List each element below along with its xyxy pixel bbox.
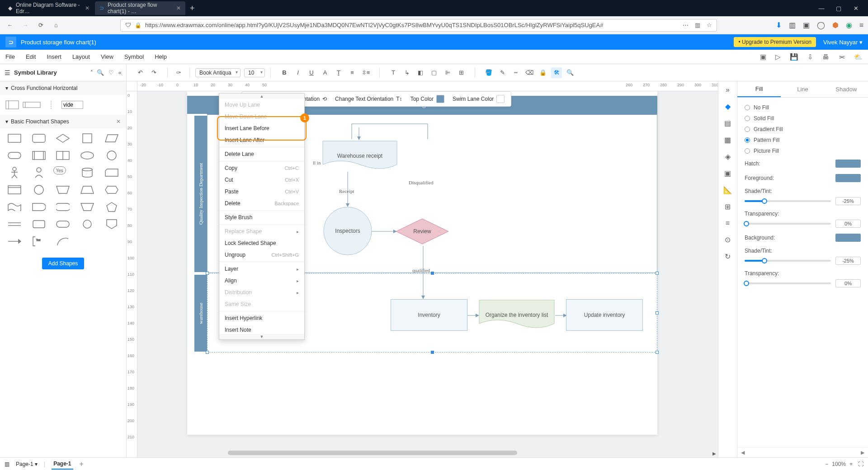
reload-button[interactable]: ⟳ — [35, 20, 46, 31]
connector[interactable] — [372, 229, 399, 234]
close-icon[interactable]: ✕ — [116, 118, 121, 125]
note-shape-icon[interactable] — [5, 183, 24, 196]
chevron-up-icon[interactable]: ˄ — [90, 70, 93, 75]
zoom-rail-icon[interactable]: ⊙ — [725, 235, 731, 244]
ctx-align[interactable]: Align — [219, 275, 304, 287]
foreground-field[interactable]: Foreground: — [745, 171, 861, 185]
panel-nav-right-icon[interactable]: ▶ — [861, 450, 864, 456]
actor-shape-icon[interactable] — [5, 166, 24, 179]
meatball-icon[interactable]: ⋯ — [683, 22, 689, 28]
new-tab-button[interactable]: + — [186, 4, 198, 13]
panel-nav-left-icon[interactable]: ◀ — [741, 450, 745, 456]
shade-tint-value[interactable]: -25% — [835, 197, 861, 205]
circle-shape-icon[interactable] — [102, 149, 122, 162]
connector-icon[interactable]: ↳ — [401, 67, 412, 78]
section-cross-functional[interactable]: ▾ Cross Functional Horizontal — [0, 81, 126, 95]
menu-symbol[interactable]: Symbol — [124, 53, 144, 60]
ellipse-shape-icon[interactable] — [77, 149, 97, 162]
present-icon[interactable]: ▷ — [775, 53, 781, 61]
bookmark-icon[interactable]: ☆ — [707, 22, 712, 28]
shade-tint-value-2[interactable]: -25% — [835, 257, 861, 265]
lane-2-header[interactable]: warehouse — [194, 275, 207, 352]
zoom-out-button[interactable]: − — [825, 461, 828, 467]
transparency-slider[interactable] — [745, 223, 831, 225]
rect-shape-icon[interactable] — [5, 132, 24, 145]
browser-tab[interactable]: ◆ Online Diagram Software - Edr… ✕ — [4, 1, 94, 15]
canvas-viewport[interactable]: Product storage flow chart Quality Inspe… — [137, 91, 718, 449]
shape-search-input[interactable] — [61, 101, 83, 109]
undo-button[interactable]: ↶ — [135, 67, 146, 78]
add-page-button[interactable]: + — [80, 460, 84, 468]
scrollbar-thumb[interactable] — [228, 451, 517, 455]
yes-shape-icon[interactable]: Yes — [53, 166, 66, 174]
offpage-shape-icon[interactable] — [102, 218, 122, 230]
trap3-shape-icon[interactable] — [77, 201, 97, 213]
app-logo-icon[interactable] — [5, 37, 16, 47]
font-size-select[interactable]: 10 — [244, 68, 265, 77]
container-icon[interactable]: ◧ — [415, 67, 426, 78]
ctx-paste[interactable]: PasteCtrl+V — [219, 186, 304, 197]
distribute-icon[interactable]: ⊞ — [456, 67, 467, 78]
ctx-insert-lane-after[interactable]: Insert Lane After — [219, 134, 304, 146]
line-spacing-button[interactable]: ⇳≡ — [360, 67, 371, 78]
scroll-right-icon[interactable]: ▶ — [712, 451, 716, 456]
print-icon[interactable]: 🖶 — [822, 53, 829, 61]
collapse-icon[interactable]: « — [118, 69, 122, 76]
shade-tint-slider[interactable] — [745, 200, 831, 202]
snap-rail-icon[interactable]: ⊞ — [725, 202, 731, 211]
canvas[interactable]: -20-10 010 2030 4050 260270 280290 30031… — [127, 81, 718, 457]
ctx-insert-note[interactable]: Insert Note — [219, 324, 304, 334]
highlight-button[interactable]: Ṯ — [333, 67, 344, 78]
swimlane-shape-icon[interactable] — [5, 100, 19, 109]
align-button[interactable]: ≡ — [347, 67, 358, 78]
display-shape-icon[interactable] — [53, 201, 73, 213]
hatch-swatch[interactable] — [835, 160, 861, 168]
parallelogram-shape-icon[interactable] — [102, 132, 122, 145]
ctx-insert-lane-before[interactable]: Insert Lane Before — [219, 122, 304, 134]
rounded-rect-shape-icon[interactable] — [29, 132, 49, 145]
top-color-button[interactable]: Top Color — [410, 95, 444, 103]
circle2-shape-icon[interactable] — [29, 183, 49, 196]
person-shape-icon[interactable] — [29, 166, 49, 179]
page-selector[interactable]: Page-1 ▾ — [16, 461, 38, 467]
tab-fill[interactable]: Fill — [737, 81, 781, 97]
history-rail-icon[interactable]: ↻ — [725, 252, 731, 261]
ctx-insert-hyperlink[interactable]: Insert Hyperlink — [219, 312, 304, 324]
search-tb-icon[interactable]: 🔍 — [565, 67, 576, 78]
hex-shape-icon[interactable] — [102, 183, 122, 196]
warehouse-receipt-shape[interactable]: Warehouse receipt — [322, 140, 398, 172]
transparency-slider-2[interactable] — [745, 282, 831, 284]
reader-icon[interactable]: ▥ — [695, 22, 700, 28]
shade-tint-slider-2[interactable] — [745, 260, 831, 262]
fill-option-pattern[interactable]: Pattern Fill — [745, 135, 861, 146]
transparency-value[interactable]: 0% — [835, 220, 861, 228]
ctx-ungroup[interactable]: UngroupCtrl+Shift+G — [219, 249, 304, 261]
section-basic-flowchart[interactable]: ▾ Basic Flowchart Shapes ✕ — [0, 115, 126, 128]
trap1-shape-icon[interactable] — [53, 183, 73, 196]
outline-icon[interactable]: ▥ — [5, 461, 9, 467]
screenshot-icon[interactable]: ▣ — [803, 21, 810, 29]
lines-shape-icon[interactable] — [5, 218, 24, 230]
lane-shape-icon[interactable] — [23, 102, 41, 108]
card-shape-icon[interactable] — [102, 166, 122, 179]
fill-option-no-fill[interactable]: No Fill — [745, 102, 861, 113]
change-text-orientation-button[interactable]: Change Text Orientation T↕ — [335, 96, 402, 102]
menu-layout[interactable]: Layout — [72, 53, 90, 60]
underline-button[interactable]: U — [306, 67, 317, 78]
lock-icon-tb[interactable]: 🔒 — [538, 67, 548, 78]
text-color-button[interactable]: A — [320, 67, 330, 78]
background-swatch[interactable] — [835, 234, 861, 242]
close-icon[interactable]: ✕ — [176, 5, 181, 11]
document-title[interactable]: Product storage flow chart(1) — [21, 39, 96, 46]
share-icon[interactable]: ⫘ — [838, 53, 845, 61]
account-icon[interactable]: ◯ — [817, 21, 825, 29]
delay-shape-icon[interactable] — [29, 201, 49, 213]
menu-icon[interactable]: ≡ — [859, 21, 863, 29]
update-inventory-shape[interactable]: Update inventory — [566, 299, 643, 331]
user-menu[interactable]: Vivek Nayyar ▾ — [823, 39, 863, 46]
search-icon[interactable]: 🔍 — [97, 69, 104, 76]
hamburger-icon[interactable]: ☰ — [5, 69, 10, 76]
back-button[interactable]: ← — [5, 20, 15, 31]
fill-option-solid[interactable]: Solid Fill — [745, 113, 861, 124]
menu-view[interactable]: View — [101, 53, 113, 60]
